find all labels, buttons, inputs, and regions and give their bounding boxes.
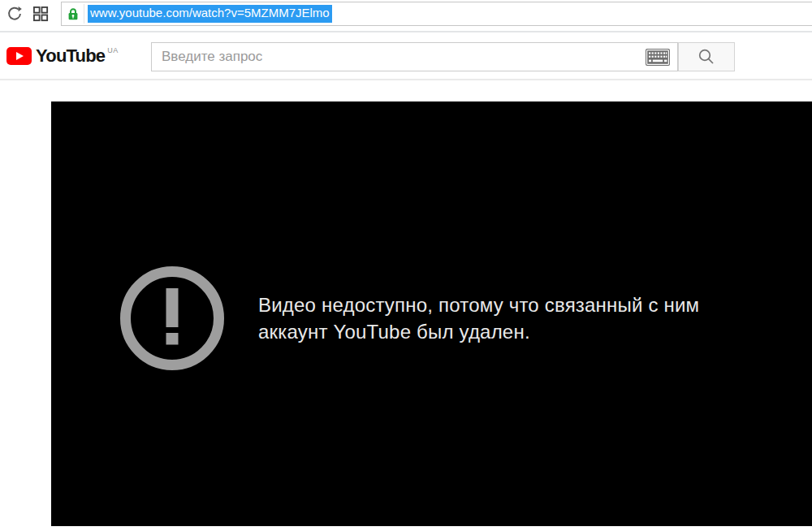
url-selected-text[interactable]: www.youtube.com/watch?v=5MZMM7JElmo xyxy=(88,5,332,23)
video-error-message: Видео недоступно, потому что связанный с… xyxy=(119,266,699,371)
security-badge[interactable] xyxy=(62,4,84,24)
grid-2x2-icon xyxy=(32,5,50,23)
error-text-line1: Видео недоступно, потому что связанный с… xyxy=(258,291,699,318)
exclamation-circle-icon xyxy=(119,266,225,371)
search-button[interactable] xyxy=(678,42,735,71)
keyboard-icon xyxy=(646,49,670,66)
error-text-line2: аккаунт YouTube был удален. xyxy=(258,318,699,345)
browser-window: www.youtube.com/watch?v=5MZMM7JElmo YouT… xyxy=(0,0,812,531)
secure-padlock-icon xyxy=(66,6,80,22)
search-bar xyxy=(151,42,735,71)
browser-toolbar: www.youtube.com/watch?v=5MZMM7JElmo xyxy=(0,0,812,32)
search-input[interactable] xyxy=(151,42,678,71)
virtual-keyboard-button[interactable] xyxy=(644,48,672,66)
play-triangle-icon xyxy=(16,52,24,60)
youtube-play-badge-icon xyxy=(6,47,32,65)
youtube-logo[interactable]: YouTube UA xyxy=(6,47,119,65)
youtube-logo-text: YouTube xyxy=(36,47,105,65)
reload-icon xyxy=(6,5,24,23)
video-player[interactable]: Видео недоступно, потому что связанный с… xyxy=(51,101,812,526)
error-text: Видео недоступно, потому что связанный с… xyxy=(258,291,699,345)
address-bar[interactable]: www.youtube.com/watch?v=5MZMM7JElmo xyxy=(61,2,812,26)
speed-dial-button[interactable] xyxy=(30,3,51,24)
reload-button[interactable] xyxy=(4,3,25,24)
youtube-header: YouTube UA xyxy=(0,34,812,80)
magnifier-icon xyxy=(697,47,716,67)
youtube-region-label: UA xyxy=(107,46,119,54)
